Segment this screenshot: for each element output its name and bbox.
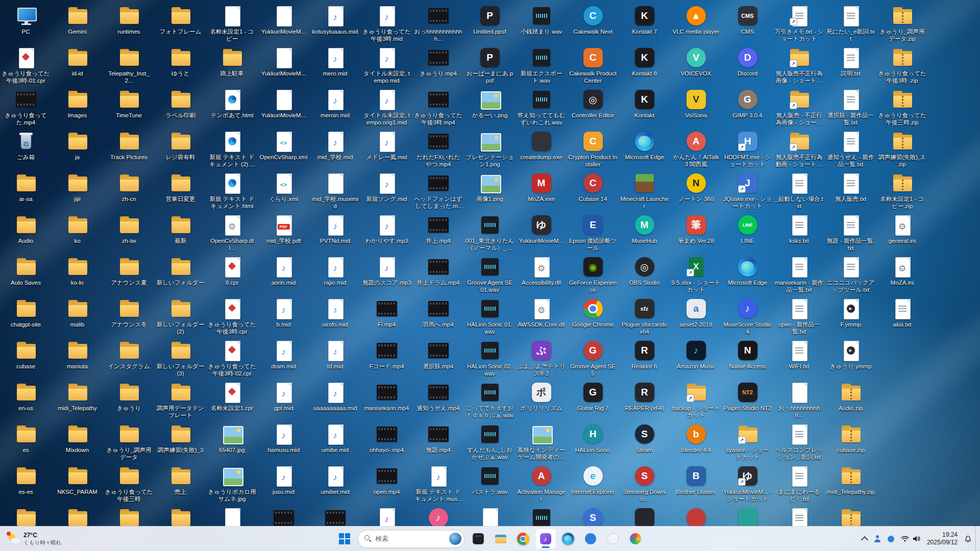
desktop-icon[interactable]: 001_東北きりたん（ノーマル）_今しゃ... (464, 211, 516, 253)
desktop-icon[interactable]: id-id (52, 44, 103, 86)
desktop-icon[interactable]: createdump.exe (516, 128, 567, 169)
desktop-icon[interactable]: RReaktor 6 (619, 337, 670, 379)
desktop-icon[interactable]: YukkuriMovieM... (258, 2, 309, 44)
desktop-icon[interactable]: ♪td.mid (309, 337, 361, 379)
desktop-icon[interactable]: きゅうり食ってた午後三時.zip (876, 86, 928, 128)
desktop-icon[interactable]: S (567, 504, 619, 527)
desktop-icon[interactable]: EEpson 接続診断ツール (567, 211, 619, 253)
desktop-icon[interactable]: MMoZA.exe (516, 169, 567, 211)
desktop-icon[interactable]: ↗backup - ショートカット (670, 379, 722, 420)
desktop-icon[interactable]: プレゼンテーション1.png (464, 128, 516, 169)
desktop-icon[interactable]: きゅうりポカロ用サムネ.jpg (206, 462, 258, 504)
desktop-icon[interactable]: open.mp4 (361, 462, 412, 504)
desktop-icon[interactable]: ↗無人販売不正行為動画 - ショートカット (773, 128, 825, 169)
weather-widget[interactable]: 27°C くもり時々晴れ (3, 529, 66, 549)
desktop-icon[interactable]: YukkuriMovieM... (258, 44, 309, 86)
desktop-icon[interactable]: 筆筆まめ Ver.28 (670, 211, 722, 253)
desktop-icon[interactable]: 孤独なインディーゲーム開発者の一生 ... (516, 420, 567, 462)
desktop-icon[interactable] (52, 504, 103, 527)
desktop-icon[interactable]: Telepathy_Inst_2... (103, 44, 155, 86)
desktop-icon[interactable]: Microsoft Edge (619, 128, 670, 169)
desktop-icon[interactable]: ♪新規ソング.mid (361, 169, 412, 211)
desktop-icon[interactable]: ⚙MoZA.ini (876, 253, 928, 295)
desktop-icon[interactable]: bBlender 4.4 (670, 420, 722, 462)
desktop-icon[interactable]: 新規 テキスト ドキュメント (2).html (206, 128, 258, 169)
desktop-icon[interactable]: malib (52, 295, 103, 337)
desktop-icon[interactable]: sfzPlogue sforzando x64 (619, 295, 670, 337)
desktop-icon[interactable]: ♪mero.mid (309, 44, 361, 86)
network-volume-button[interactable] (898, 529, 923, 549)
desktop-icon[interactable]: 答え知っててもむずいわこれ.wav (516, 86, 567, 128)
taskbar-app-color-circle-app[interactable] (625, 529, 646, 549)
desktop-icon[interactable]: ▶F.ymmp (825, 295, 876, 337)
desktop-icon[interactable]: HALion Sonic 02.wav (464, 337, 516, 379)
desktop-icon[interactable]: ♪rajio.mid (309, 253, 361, 295)
desktop-icon[interactable]: きゅうり食ってた午後3時-02.cpr (206, 337, 258, 379)
desktop-icon[interactable]: こってでｈｄすおｆｄｓｂぶぁ.wav (464, 379, 516, 420)
taskbar-app-terminal[interactable] (468, 529, 488, 549)
desktop-icon[interactable]: ♪タイトル未設定, tempo.orig1.mid (361, 86, 412, 128)
desktop-icon[interactable] (670, 504, 722, 527)
desktop-icon[interactable]: ♪PVTNd.mid (309, 211, 361, 253)
desktop-icon[interactable]: ゆ↗YukkuriMovieM... - ショートカット (722, 462, 773, 504)
desktop-icon[interactable]: ⚙OpenCvSharp.dll... (206, 211, 258, 253)
desktop-icon[interactable]: Nノートン 360 (670, 169, 722, 211)
desktop-icon[interactable]: ♪ (412, 504, 464, 527)
desktop-icon[interactable]: 最新 (155, 211, 206, 253)
desktop-icon[interactable] (258, 504, 309, 527)
desktop-icon[interactable]: アナウンス夏 (103, 253, 155, 295)
desktop-icon[interactable]: ↗無人販売不正行為画像 - ショートカッ... (773, 44, 825, 86)
desktop-icon[interactable]: ♪タイトル未設定, tempo.mid (361, 44, 412, 86)
desktop-icon[interactable]: NKSC_PARAM (52, 462, 103, 504)
desktop-icon[interactable]: テンポあて.html (206, 86, 258, 128)
desktop-icon[interactable]: 9.cpr (206, 253, 258, 295)
desktop-icon[interactable]: きゅうり食ってた.mp4 (0, 86, 52, 128)
desktop-icon[interactable]: PC (0, 2, 52, 44)
desktop-icon[interactable]: ゆYukkuriMovieM... (516, 211, 567, 253)
desktop-icon[interactable]: 名称未設定1 - コピー.zip (876, 169, 928, 211)
desktop-icon[interactable]: ♪jusu.mid (258, 462, 309, 504)
desktop-icon[interactable]: HALion Sonic 01.wav (464, 295, 516, 337)
desktop-icon[interactable]: YukkuriMovieM... (258, 86, 309, 128)
desktop-icon[interactable] (464, 504, 516, 527)
desktop-icon[interactable]: ko (52, 211, 103, 253)
desktop-icon[interactable]: 新規 テキスト ドキュメント.html (206, 169, 258, 211)
desktop-icon[interactable]: ♪無題のスコア.mp3 (361, 253, 412, 295)
desktop-icon[interactable]: mid_学校.musemid (309, 169, 361, 211)
desktop-icon[interactable]: レジ袋有料 (155, 128, 206, 169)
desktop-icon[interactable]: _起動しない場合.txt (773, 169, 825, 211)
desktop-icon[interactable]: es-es (0, 462, 52, 504)
desktop-icon[interactable]: chatgpt-site (0, 295, 52, 337)
desktop-icon[interactable]: 新しいフォルダー (3) (155, 337, 206, 379)
desktop-icon[interactable]: ↗syasinn - ショートカット (722, 420, 773, 462)
taskbar-app-light-circle-app[interactable] (603, 529, 623, 549)
desktop-icon[interactable]: runtimes (103, 2, 155, 44)
desktop-icon[interactable]: Pおーばーまにあ.ppsf (464, 44, 516, 86)
desktop-icon[interactable]: ♪sirofo.mid (309, 295, 361, 337)
start-button[interactable] (335, 529, 354, 548)
desktop-icon[interactable]: きゅうり (103, 379, 155, 420)
desktop-icon[interactable]: 通知うぜえ.mp4 (412, 379, 464, 420)
desktop-icon[interactable]: ゆうと (155, 44, 206, 86)
desktop-icon[interactable]: Mixdown (52, 420, 103, 462)
desktop-icon[interactable]: きゅうり食ってた午後3時-01.cpr (0, 44, 52, 86)
desktop-icon[interactable]: AActivation Manager (516, 462, 567, 504)
taskbar-app-music-app[interactable]: ♪ (535, 529, 556, 549)
desktop-icon[interactable]: ko-kr (52, 253, 103, 295)
desktop-icon[interactable]: パストラ.wav (464, 462, 516, 504)
desktop-icon[interactable]: midi_Telepathy.zip (825, 462, 876, 504)
desktop-icon[interactable]: ♪新規 テキスト ドキュメント.musicxml (412, 462, 464, 504)
desktop-icon[interactable]: 井上.mp4 (412, 211, 464, 253)
desktop-icon[interactable]: NT2Piapro Studio NT2 (722, 379, 773, 420)
desktop-icon[interactable]: ◎OBS Studio (619, 253, 670, 295)
desktop-icon[interactable]: CMSCMS (722, 2, 773, 44)
desktop-icon[interactable]: manisekarin - 親作品一覧.txt (773, 253, 825, 295)
desktop-icon[interactable]: X↗9.5.xlsx - ショートカット (670, 253, 722, 295)
desktop-icon[interactable]: ぷぷよぷよ™テトリス® 2 (516, 337, 567, 379)
desktop-icon[interactable]: 無題 - 親作品一覧.txt (825, 211, 876, 253)
desktop-icon[interactable]: Google Chrome (567, 295, 619, 337)
desktop-icon[interactable]: 営業日変更 (155, 169, 206, 211)
desktop-icon[interactable]: HHALion Sonic (567, 420, 619, 462)
desktop-icon[interactable]: ksks.txt (773, 211, 825, 253)
taskbar-app-chrome[interactable] (513, 529, 533, 549)
